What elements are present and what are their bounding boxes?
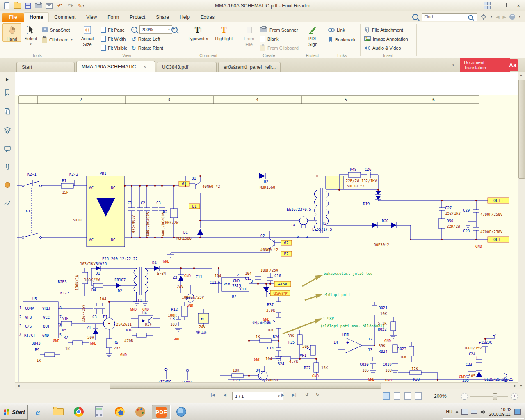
- keyboard-tray-icon[interactable]: [471, 410, 477, 414]
- select-tool-button[interactable]: Select ▼: [22, 23, 39, 47]
- tab-home[interactable]: Home: [24, 12, 49, 22]
- clock[interactable]: 10:42 2018.09.11.: [489, 407, 511, 417]
- scroll-down-icon[interactable]: ▼: [518, 383, 524, 389]
- snapshot-button[interactable]: SnapShot: [42, 26, 70, 34]
- horizontal-scrollbar[interactable]: ◀ ▶: [15, 382, 518, 389]
- attachments-panel-button[interactable]: [3, 162, 12, 171]
- continuous-view-button[interactable]: [394, 392, 400, 400]
- blank-button[interactable]: Blank: [260, 35, 279, 43]
- maximize-button[interactable]: [504, 2, 514, 10]
- language-indicator[interactable]: HU: [446, 409, 452, 414]
- link-button[interactable]: Link: [328, 26, 345, 34]
- close-button[interactable]: ×: [514, 2, 523, 10]
- tab-share[interactable]: Share: [151, 13, 174, 22]
- back-arrow-icon[interactable]: ◀: [496, 14, 499, 20]
- security-panel-button[interactable]: [3, 180, 12, 189]
- pdf-sign-button[interactable]: PDF Sign: [304, 23, 322, 47]
- from-scanner-button[interactable]: From Scanner: [260, 26, 298, 34]
- tray-expand-icon[interactable]: [455, 411, 459, 413]
- fit-visible-button[interactable]: Fit Visible: [101, 44, 127, 52]
- translation-aa-button[interactable]: Aa: [507, 59, 518, 71]
- continuous-facing-view-button[interactable]: [415, 392, 422, 400]
- tab-file[interactable]: File: [2, 13, 24, 22]
- document-translation-button[interactable]: DocumentTranslation: [460, 58, 510, 72]
- rotate-left-button[interactable]: ↺Rotate Left: [131, 35, 160, 43]
- hand-tool-button[interactable]: Hand: [2, 23, 21, 42]
- new-document-button[interactable]: [2, 1, 11, 10]
- print-button[interactable]: [34, 1, 43, 10]
- user-avatar[interactable]: [509, 14, 515, 20]
- scroll-left-icon[interactable]: ◀: [15, 383, 21, 389]
- first-page-button[interactable]: |◀: [211, 393, 215, 397]
- zoom-out-button[interactable]: -: [131, 26, 137, 34]
- gear-icon[interactable]: [480, 14, 487, 20]
- rotate-right-button[interactable]: ↻Rotate Right: [131, 44, 163, 52]
- quick-tool-button[interactable]: ✎▼: [76, 1, 86, 10]
- schematic-canvas[interactable]: 23456G1E1G2E2+15V电源指示OUT+OUT-K2-1K2-2R11…: [15, 72, 518, 382]
- vertical-scroll-thumb[interactable]: [518, 80, 525, 179]
- bookmarks-panel-button[interactable]: [3, 88, 12, 97]
- taskbar-foxit-button[interactable]: PDF: [152, 405, 171, 420]
- previous-view-button[interactable]: ↺: [305, 393, 308, 397]
- facing-view-button[interactable]: [404, 392, 411, 400]
- tab-view[interactable]: View: [81, 13, 102, 22]
- last-page-button[interactable]: ▶|: [292, 393, 296, 397]
- zoom-slider-track[interactable]: [470, 396, 508, 397]
- from-file-button[interactable]: From File: [240, 23, 258, 47]
- display-tray-icon[interactable]: [461, 409, 468, 415]
- layout-switch-button[interactable]: [484, 2, 494, 10]
- bookmark-button[interactable]: Bookmark: [328, 36, 356, 43]
- pages-panel-button[interactable]: [3, 107, 12, 116]
- user-dropdown-icon[interactable]: ▼: [518, 16, 521, 18]
- tab-help[interactable]: Help: [174, 13, 195, 22]
- taskbar-calculator-button[interactable]: [90, 405, 108, 419]
- taskbar-ie-button[interactable]: e: [29, 405, 47, 419]
- minimize-button[interactable]: [494, 2, 504, 10]
- prev-page-button[interactable]: ◀: [223, 393, 226, 397]
- zoom-combo[interactable]: 200%▼: [139, 25, 172, 34]
- scroll-right-icon[interactable]: ▶: [512, 383, 518, 389]
- taskbar-explorer-button[interactable]: [49, 405, 67, 419]
- page-number-combo[interactable]: 1 / 1▼: [232, 392, 283, 400]
- scroll-up-icon[interactable]: ▲: [518, 72, 524, 78]
- gear-dropdown-icon[interactable]: ▼: [490, 16, 493, 18]
- taskbar-chrome-button[interactable]: [70, 405, 88, 419]
- zoom-slider-thumb[interactable]: [493, 393, 497, 400]
- tab-form[interactable]: Form: [102, 13, 124, 22]
- highlight-button[interactable]: T Highlight: [213, 23, 235, 41]
- volume-tray-icon[interactable]: [480, 409, 486, 415]
- save-button[interactable]: [23, 1, 33, 10]
- doc-tab-uc3843[interactable]: UC3843.pdf: [157, 62, 217, 72]
- search-icon[interactable]: [412, 14, 418, 20]
- doc-tab-active[interactable]: MMA-160A SCHEMATIC...×: [76, 61, 155, 72]
- single-page-view-button[interactable]: [383, 392, 390, 400]
- tab-list-dropdown-icon[interactable]: ▼: [452, 64, 454, 66]
- email-button[interactable]: [44, 1, 54, 10]
- tab-close-icon[interactable]: ×: [143, 64, 146, 70]
- network-tray-icon[interactable]: [514, 409, 521, 415]
- start-button[interactable]: Start: [1, 405, 28, 420]
- next-page-button[interactable]: ▶: [281, 393, 285, 397]
- layers-panel-button[interactable]: [3, 126, 12, 135]
- typewriter-button[interactable]: TI Typewriter: [185, 23, 211, 41]
- zoom-out-status-button[interactable]: −: [461, 393, 468, 400]
- fit-page-button[interactable]: Fit Page: [101, 26, 125, 34]
- actual-size-button[interactable]: Actual Size: [77, 23, 98, 47]
- tab-protect[interactable]: Protect: [124, 13, 151, 22]
- horizontal-scroll-thumb[interactable]: [110, 383, 381, 389]
- clipboard-button[interactable]: Clipboard▼: [42, 36, 73, 43]
- taskbar-browser2-button[interactable]: [172, 405, 190, 419]
- open-file-button[interactable]: [12, 1, 22, 10]
- vertical-scrollbar[interactable]: ▲ ▼: [518, 72, 525, 389]
- file-attachment-button[interactable]: File Attachment: [364, 26, 403, 34]
- image-annotation-button[interactable]: Image Annotation: [364, 35, 408, 43]
- zoom-in-status-button[interactable]: +: [511, 393, 518, 400]
- tab-extras[interactable]: Extras: [195, 13, 220, 22]
- taskbar-paint-button[interactable]: [131, 405, 149, 419]
- redo-button[interactable]: ↷: [66, 1, 75, 10]
- undo-button[interactable]: ↶: [55, 1, 65, 10]
- forward-arrow-icon[interactable]: ▶: [503, 14, 506, 20]
- from-clipboard-button[interactable]: From Clipboard: [260, 44, 299, 52]
- comments-panel-button[interactable]: [3, 144, 12, 153]
- next-view-button[interactable]: ↻: [316, 393, 319, 397]
